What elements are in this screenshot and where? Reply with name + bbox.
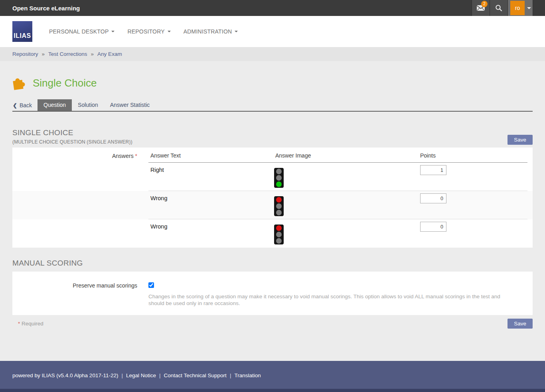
points-input[interactable]: [420, 193, 446, 203]
translation-link[interactable]: Translation: [234, 372, 261, 378]
breadcrumb: Repository » Test Corrections » Any Exam: [0, 47, 545, 61]
powered-by-text[interactable]: powered by ILIAS (v5.4.0 Alpha 2017-11-2…: [12, 372, 118, 378]
answers-label: Answers *: [12, 148, 148, 163]
preserve-manual-scorings-label: Preserve manual scorings: [12, 277, 148, 307]
user-avatar: ro: [510, 1, 525, 15]
footer-separator: |: [230, 372, 231, 378]
title-row: Single Choice: [12, 76, 533, 90]
question-section-header: SINGLE CHOICE (MULTIPLE CHOICE QUESTION …: [12, 128, 533, 145]
chevron-left-icon: ❮: [13, 102, 17, 108]
section-title: SINGLE CHOICE: [12, 128, 132, 137]
section-title: MANUAL SCORING: [12, 259, 83, 268]
preserve-manual-scorings-checkbox[interactable]: [148, 282, 154, 288]
answer-row: Wrong: [12, 191, 533, 219]
required-asterisk: *: [135, 153, 137, 159]
nav-label: REPOSITORY: [127, 28, 164, 35]
traffic-light-image: [274, 196, 284, 216]
traffic-light-image: [274, 225, 284, 244]
answer-row: Right: [12, 163, 533, 191]
back-button[interactable]: ❮ Back: [12, 100, 38, 111]
points-input[interactable]: [420, 165, 446, 175]
breadcrumb-test-corrections[interactable]: Test Corrections: [48, 51, 87, 57]
nav-label: PERSONAL DESKTOP: [49, 28, 109, 35]
nav-repository[interactable]: REPOSITORY: [122, 25, 175, 38]
nav-personal-desktop[interactable]: PERSONAL DESKTOP: [44, 25, 119, 38]
search-icon: [495, 4, 502, 12]
answer-row: Wrong: [12, 219, 533, 248]
answers-form-panel: Answers * Answer Text Answer Image Point…: [12, 148, 533, 248]
manual-scoring-panel: Preserve manual scorings Changes in the …: [12, 272, 533, 315]
tab-answer-statistic[interactable]: Answer Statistic: [104, 99, 156, 111]
topbar-actions: 2 ro: [472, 0, 533, 16]
section-subtitle: (MULTIPLE CHOICE QUESTION (SINGLE ANSWER…: [12, 139, 132, 145]
manual-scoring-section-header: MANUAL SCORING: [12, 259, 533, 268]
column-points: Points: [420, 152, 436, 159]
answer-text: Wrong: [150, 195, 527, 201]
traffic-light-image: [274, 168, 284, 188]
breadcrumb-separator: »: [91, 51, 94, 57]
points-input[interactable]: [420, 222, 446, 232]
puzzle-icon: [12, 76, 27, 90]
answer-text: Right: [150, 167, 527, 173]
legal-notice-link[interactable]: Legal Notice: [126, 372, 156, 378]
column-answer-image: Answer Image: [275, 152, 311, 159]
ilias-logo[interactable]: ILIAS: [12, 21, 32, 42]
tab-question[interactable]: Question: [38, 99, 72, 111]
mail-button[interactable]: 2: [472, 0, 490, 16]
app-title: Open Source eLearning: [12, 5, 80, 12]
main-nav: PERSONAL DESKTOP REPOSITORY ADMINISTRATI…: [44, 25, 243, 38]
caret-down-icon: [111, 31, 115, 32]
back-label: Back: [20, 102, 32, 108]
top-bar: Open Source eLearning 2 ro: [0, 0, 545, 16]
user-menu-button[interactable]: ro: [507, 0, 533, 16]
page-footer: powered by ILIAS (v5.4.0 Alpha 2017-11-2…: [0, 361, 545, 392]
chevron-down-icon: [527, 7, 531, 9]
breadcrumb-any-exam[interactable]: Any Exam: [97, 51, 122, 57]
footer-separator: |: [159, 372, 161, 378]
manual-scoring-help-text: Changes in the scoring of a question may…: [148, 293, 516, 307]
breadcrumb-repository[interactable]: Repository: [12, 51, 38, 57]
required-asterisk: *: [18, 321, 20, 327]
breadcrumb-separator: »: [42, 51, 45, 57]
footer-separator: |: [121, 372, 123, 378]
form-footer-row: * Required Save: [12, 319, 533, 329]
caret-down-icon: [168, 31, 171, 32]
page-content: Single Choice ❮ Back Question Solution A…: [0, 61, 545, 361]
mail-badge: 2: [481, 1, 488, 7]
required-note: * Required: [12, 319, 43, 327]
answer-text: Wrong: [150, 223, 527, 230]
save-button-top[interactable]: Save: [507, 135, 533, 145]
answers-column-headers: Answer Text Answer Image Points: [148, 148, 527, 163]
column-answer-text: Answer Text: [150, 152, 181, 159]
tab-solution[interactable]: Solution: [72, 99, 104, 111]
page-title: Single Choice: [33, 77, 97, 89]
main-header: ILIAS PERSONAL DESKTOP REPOSITORY ADMINI…: [0, 16, 545, 47]
save-button-bottom[interactable]: Save: [507, 319, 533, 329]
nav-label: ADMINISTRATION: [184, 28, 232, 35]
caret-down-icon: [235, 31, 238, 32]
contact-support-link[interactable]: Contact Technical Support: [164, 372, 227, 378]
tab-bar: ❮ Back Question Solution Answer Statisti…: [12, 99, 533, 112]
search-button[interactable]: [490, 0, 507, 16]
nav-administration[interactable]: ADMINISTRATION: [179, 25, 243, 38]
